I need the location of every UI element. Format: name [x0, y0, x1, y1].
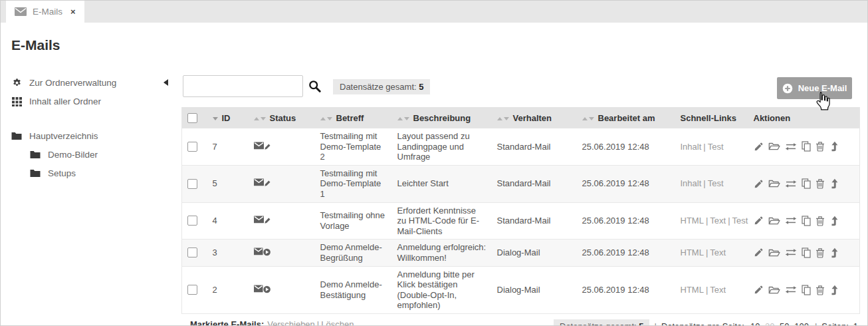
per-page-option-10[interactable]: 10 [750, 321, 760, 326]
export-arrow-icon[interactable] [829, 247, 838, 258]
export-arrow-icon[interactable] [829, 141, 838, 152]
row-actions [754, 216, 855, 226]
row-subject: Testmailing mit Demo-Template 1 [315, 165, 392, 202]
row-subject: Demo Anmelde-Begrüßung [315, 240, 392, 266]
sidebar: Zur Ordnerverwaltung Inhalt aller Ordner… [11, 73, 175, 182]
toolbar: Datensätze gesamt: 5 Neue E-Mail [181, 75, 859, 107]
folder-label: Demo-Bilder [48, 150, 98, 160]
row-quick-links: Inhalt|Test [675, 165, 748, 202]
quick-link[interactable]: Test [708, 178, 724, 188]
select-all-checkbox[interactable] [187, 113, 197, 123]
tab-close-icon[interactable]: × [70, 7, 76, 17]
column-header-status[interactable]: Status [249, 107, 315, 128]
per-page-option-20[interactable]: 20 [765, 321, 774, 326]
delete-trash-icon[interactable] [815, 285, 825, 295]
sort-icons [497, 117, 509, 120]
column-header-id[interactable]: ID [207, 107, 249, 128]
quick-link[interactable]: Text [710, 247, 726, 257]
export-arrow-icon[interactable] [829, 216, 838, 226]
envelope-pencil-icon [254, 140, 271, 151]
edit-pencil-icon[interactable] [754, 285, 764, 295]
transfer-arrows-icon[interactable] [785, 285, 797, 294]
open-folder-icon[interactable] [768, 142, 780, 151]
pages-label: Seiten: [821, 321, 848, 326]
row-checkbox[interactable] [187, 247, 197, 257]
quick-link[interactable]: HTML [681, 285, 704, 295]
column-header-beschreibung[interactable]: Beschreibung [392, 107, 492, 128]
quick-link[interactable]: Text [710, 216, 726, 226]
folder-hauptverzeichnis[interactable]: Hauptverzeichnis [11, 126, 175, 145]
records-total-badge: Datensätze gesamt: 5 [554, 319, 649, 326]
column-header-betreff[interactable]: Betreff [315, 107, 392, 128]
transfer-arrows-icon[interactable] [785, 216, 797, 225]
row-subject: Testmailing ohne Vorlage [315, 202, 392, 240]
row-id: 4 [207, 202, 249, 240]
transfer-arrows-icon[interactable] [785, 248, 797, 257]
pages-value: 1 [853, 321, 858, 326]
delete-marked-link[interactable]: Löschen [321, 319, 354, 326]
column-header-verhalten[interactable]: Verhalten [492, 107, 577, 128]
row-checkbox[interactable] [187, 142, 197, 152]
row-id: 7 [207, 128, 249, 165]
per-page-option-50[interactable]: 50 [780, 321, 789, 326]
duplicate-icon[interactable] [802, 247, 811, 258]
row-edited-at: 25.06.2019 12:48 [577, 128, 675, 165]
tab-label: E-Mails [33, 7, 62, 17]
quick-link[interactable]: Test [708, 142, 724, 152]
transfer-arrows-icon[interactable] [785, 180, 797, 188]
search-input[interactable] [183, 75, 303, 97]
sidebar-item-ordnerverwaltung[interactable]: Zur Ordnerverwaltung [11, 73, 175, 92]
sidebar-item-inhalt-aller-ordner[interactable]: Inhalt aller Ordner [11, 92, 175, 110]
folder-setups[interactable]: Setups [11, 164, 175, 182]
new-email-button[interactable]: Neue E-Mail [777, 77, 852, 99]
duplicate-icon[interactable] [802, 216, 811, 226]
pagination: Datensätze gesamt: 5 | Datensätze pro Se… [554, 319, 858, 326]
quick-link[interactable]: Test [732, 216, 748, 226]
edit-pencil-icon[interactable] [754, 216, 764, 226]
transfer-arrows-icon[interactable] [785, 142, 797, 151]
quick-link[interactable]: Inhalt [681, 178, 702, 188]
edit-pencil-icon[interactable] [754, 179, 764, 189]
row-checkbox[interactable] [187, 216, 197, 226]
export-arrow-icon[interactable] [829, 178, 838, 189]
collapse-sidebar-button[interactable] [163, 79, 168, 86]
sort-icons [254, 117, 266, 120]
tab-emails[interactable]: E-Mails × [6, 1, 84, 23]
delete-trash-icon[interactable] [815, 247, 825, 258]
row-checkbox[interactable] [187, 285, 197, 295]
open-folder-icon[interactable] [768, 216, 780, 226]
edit-pencil-icon[interactable] [754, 247, 764, 257]
main-content: Datensätze gesamt: 5 Neue E-Mail ID Stat… [181, 75, 859, 326]
open-folder-icon[interactable] [768, 179, 780, 188]
table-header-row: ID Status Betreff Beschreibung Verhalten… [182, 107, 860, 128]
search-icon[interactable] [308, 80, 321, 92]
quick-link[interactable]: HTML [681, 216, 704, 226]
header-select-all [182, 107, 207, 128]
delete-trash-icon[interactable] [815, 141, 825, 152]
quick-link[interactable]: HTML [681, 247, 704, 257]
column-header-bearbeitet-am[interactable]: Bearbeitet am [577, 107, 675, 128]
row-subject: Demo Anmelde-Bestätigung [315, 266, 392, 313]
edit-pencil-icon[interactable] [754, 142, 764, 152]
duplicate-icon[interactable] [802, 141, 811, 152]
open-folder-icon[interactable] [768, 248, 780, 257]
duplicate-icon[interactable] [802, 178, 811, 189]
per-page-option-100[interactable]: 100 [794, 321, 809, 326]
row-quick-links: Inhalt|Test [675, 128, 748, 165]
open-folder-icon[interactable] [768, 285, 780, 295]
row-actions [754, 141, 855, 152]
quick-link[interactable]: Text [710, 285, 726, 295]
envelope-pencil-icon [254, 214, 271, 225]
row-subject: Testmailing mit Demo-Template 2 [315, 128, 392, 165]
row-quick-links: HTML|Text [675, 240, 748, 266]
duplicate-icon[interactable] [802, 285, 811, 295]
export-arrow-icon[interactable] [829, 285, 838, 295]
delete-trash-icon[interactable] [815, 216, 825, 226]
envelope-icon [15, 7, 27, 16]
move-marked-link[interactable]: Verschieben [267, 319, 315, 326]
delete-trash-icon[interactable] [815, 178, 825, 189]
row-checkbox[interactable] [187, 179, 197, 189]
sort-desc-icon [213, 117, 218, 120]
quick-link[interactable]: Inhalt [681, 142, 702, 152]
folder-demo-bilder[interactable]: Demo-Bilder [11, 145, 175, 164]
